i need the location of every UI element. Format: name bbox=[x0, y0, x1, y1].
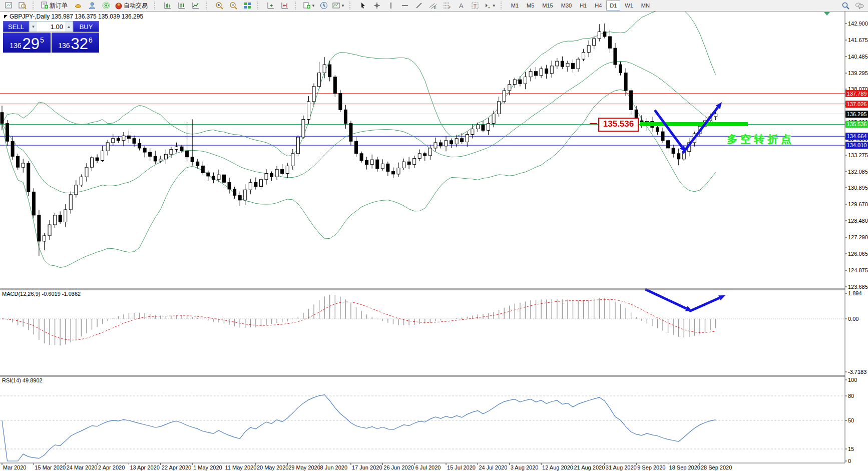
community-icon[interactable] bbox=[85, 0, 99, 11]
timeframe-w1[interactable]: W1 bbox=[621, 1, 637, 11]
date-label: 15 Jul 2020 bbox=[447, 464, 476, 470]
timeframe-mn[interactable]: MN bbox=[638, 1, 653, 11]
date-label: 12 Aug 2020 bbox=[542, 464, 573, 470]
candle-body bbox=[391, 171, 394, 174]
trendline-tool[interactable] bbox=[412, 0, 426, 11]
buy-price-pip: 6 bbox=[89, 36, 93, 44]
candle-body bbox=[513, 80, 516, 85]
fibonacci-tool[interactable]: F bbox=[440, 0, 454, 11]
horizontal-line-tool[interactable] bbox=[398, 0, 412, 11]
candle-body bbox=[22, 163, 25, 167]
vertical-line-tool[interactable] bbox=[384, 0, 398, 11]
timeframe-h4[interactable]: H4 bbox=[591, 1, 605, 11]
price-badge: 137.789 bbox=[845, 90, 868, 97]
date-label: 28 Sep 2020 bbox=[701, 464, 732, 470]
tile-windows-icon[interactable] bbox=[240, 0, 254, 11]
chart-shift-icon[interactable] bbox=[278, 0, 292, 11]
candle-body bbox=[191, 157, 194, 162]
auto-scroll-icon[interactable] bbox=[264, 0, 278, 11]
candle-body bbox=[170, 150, 173, 155]
volume-decrease-button[interactable]: ▼ bbox=[30, 22, 37, 32]
text-label-tool[interactable]: T bbox=[468, 0, 482, 11]
price-callout-135536[interactable]: 135.536 bbox=[598, 118, 639, 132]
candle-body bbox=[577, 59, 580, 69]
price-badge: 136.295 bbox=[845, 111, 868, 118]
candle-body bbox=[677, 154, 680, 159]
candle-body bbox=[259, 180, 262, 187]
chart-preview-icon[interactable] bbox=[16, 0, 30, 11]
candle-body bbox=[461, 139, 464, 142]
candle-body bbox=[127, 136, 130, 138]
templates-button[interactable]: ▼ bbox=[331, 0, 346, 11]
candle-body bbox=[6, 124, 9, 142]
date-label: 29 May 2020 bbox=[288, 464, 320, 470]
date-label: 18 Sep 2020 bbox=[669, 464, 700, 470]
candle-body bbox=[365, 161, 368, 165]
candle-body bbox=[275, 169, 278, 177]
arrows-tool[interactable]: ▼ bbox=[482, 0, 498, 11]
text-tool[interactable]: A bbox=[454, 0, 468, 11]
candle-body bbox=[180, 147, 183, 151]
price-axis-tick: 130.895 bbox=[848, 185, 868, 191]
symbol-info-line: GBPJPY-,Daily 135.987 136.375 135.039 13… bbox=[4, 13, 143, 20]
candle-body bbox=[291, 154, 294, 166]
deposit-icon[interactable] bbox=[71, 0, 85, 11]
zoom-in-button[interactable] bbox=[212, 0, 226, 11]
timeframe-m30[interactable]: M30 bbox=[558, 1, 575, 11]
zoom-out-button[interactable] bbox=[226, 0, 240, 11]
timeframe-d1[interactable]: D1 bbox=[606, 1, 620, 11]
price-axis-tick: 128.480 bbox=[848, 218, 868, 224]
channel-tool[interactable]: E bbox=[426, 0, 440, 11]
price-axis-tick: 126.065 bbox=[848, 251, 868, 257]
add-indicator-button[interactable]: ▼ bbox=[301, 0, 317, 11]
price-chart-canvas[interactable] bbox=[0, 0, 868, 471]
timeframe-m5[interactable]: M5 bbox=[523, 1, 538, 11]
price-axis-tick: 141.675 bbox=[848, 37, 868, 43]
price-axis-tick: 124.875 bbox=[848, 267, 868, 273]
date-label: 1 May 2020 bbox=[193, 464, 222, 470]
date-label: 24 Jul 2020 bbox=[479, 464, 507, 470]
volume-input[interactable] bbox=[37, 22, 65, 32]
line-chart-mode-icon[interactable] bbox=[189, 0, 203, 11]
candle-body bbox=[672, 148, 675, 154]
autotrade-button[interactable]: 自动交易 bbox=[113, 0, 151, 11]
candle-body bbox=[38, 215, 41, 241]
candle-body bbox=[397, 168, 400, 174]
timeframe-m15[interactable]: M15 bbox=[539, 1, 556, 11]
sell-price-button[interactable]: 136295 bbox=[3, 33, 51, 53]
rsi-axis-tick: 100 bbox=[848, 377, 857, 383]
macd-signal-line bbox=[2, 299, 716, 340]
new-order-button[interactable]: 新订单 bbox=[39, 0, 71, 11]
candle-body bbox=[143, 148, 146, 152]
candle-body bbox=[598, 32, 601, 39]
crosshair-tool[interactable] bbox=[370, 0, 384, 11]
candle-body bbox=[571, 63, 574, 69]
candle-body bbox=[59, 215, 62, 222]
sell-button[interactable]: SELL bbox=[3, 21, 29, 32]
cursor-tool[interactable] bbox=[356, 0, 370, 11]
candle-body bbox=[355, 141, 358, 154]
candle-body bbox=[407, 162, 410, 164]
volume-increase-button[interactable]: ▲ bbox=[65, 22, 73, 32]
timeframe-m1[interactable]: M1 bbox=[508, 1, 522, 11]
macd-label: MACD(12,26,9) -0.6019 -1.0362 bbox=[2, 291, 81, 297]
timeframe-h1[interactable]: H1 bbox=[576, 1, 590, 11]
candle-body bbox=[207, 173, 210, 176]
search-icon[interactable] bbox=[838, 0, 852, 11]
buy-price-button[interactable]: 136326 bbox=[52, 33, 99, 53]
candle-body bbox=[333, 77, 336, 94]
bar-chart-mode-icon[interactable] bbox=[161, 0, 175, 11]
new-chart-icon[interactable] bbox=[2, 0, 16, 11]
candle-body bbox=[466, 135, 469, 142]
new-order-label: 新订单 bbox=[49, 2, 70, 10]
chat-icon[interactable] bbox=[852, 0, 866, 11]
candlestick-mode-icon[interactable] bbox=[175, 0, 189, 11]
periods-button[interactable] bbox=[317, 0, 331, 11]
candle-body bbox=[476, 125, 479, 129]
cn-annotation[interactable]: 多空转折点 bbox=[727, 132, 794, 146]
buy-button[interactable]: BUY bbox=[73, 21, 99, 32]
candle-body bbox=[540, 69, 543, 76]
candle-body bbox=[323, 65, 326, 73]
signals-icon[interactable] bbox=[99, 0, 113, 11]
candle-body bbox=[376, 160, 379, 169]
